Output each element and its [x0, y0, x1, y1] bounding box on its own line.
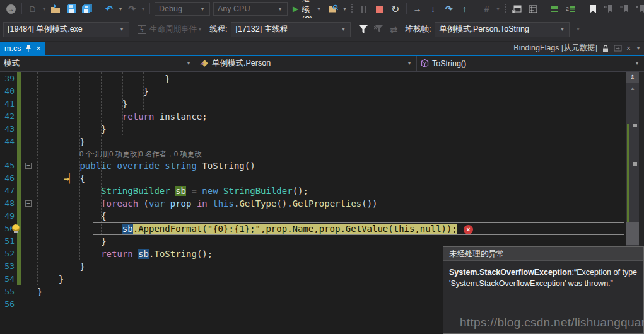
code-text[interactable]: } — [35, 85, 626, 98]
comment-button[interactable] — [547, 1, 563, 16]
member-combo[interactable]: ToString() ▾ — [417, 56, 644, 71]
line-number[interactable]: 53 — [0, 260, 16, 273]
reset-filter-button[interactable] — [371, 22, 386, 37]
output-window-icon — [529, 5, 537, 13]
code-text[interactable]: } — [35, 235, 626, 248]
line-number[interactable]: 47 — [0, 185, 16, 197]
active-files-dropdown-icon[interactable]: ▾ — [635, 45, 641, 51]
watermark-text: https://blog.csdn.net/lishuangquan1987 — [460, 316, 644, 330]
navigate-forward-button[interactable]: → — [3, 1, 18, 16]
codelens-text[interactable]: 0 个引用|0 项更改|0 名作者，0 项更改 — [35, 148, 626, 159]
show-next-statement-button[interactable]: → — [410, 1, 425, 16]
next-bookmark-button[interactable] — [617, 1, 632, 16]
line-number[interactable]: 45 — [0, 159, 16, 172]
toolbar-options-icon[interactable]: ▾ — [342, 6, 348, 12]
line-number[interactable] — [0, 148, 16, 159]
code-text[interactable]: public override string ToString() — [35, 159, 626, 172]
line-number[interactable]: 49 — [0, 210, 16, 222]
line-number[interactable]: 40 — [0, 85, 16, 98]
save-button[interactable] — [64, 1, 79, 16]
undo-dropdown-icon[interactable]: ▾ — [117, 6, 124, 12]
code-line-45: 45– public override string ToString() — [0, 159, 626, 172]
break-all-button[interactable] — [356, 1, 372, 16]
lifecycle-events-button[interactable]: ϟ — [134, 22, 149, 37]
redo-dropdown-icon[interactable]: ▾ — [140, 6, 146, 12]
filter-threads-button[interactable] — [356, 22, 371, 37]
line-number[interactable]: 42 — [0, 110, 16, 123]
breakpoints-window-button[interactable] — [510, 1, 525, 16]
process-combo[interactable]: [19484] 单例模式.exe ▾ — [3, 22, 129, 37]
exception-thrown-icon[interactable]: × — [464, 225, 473, 234]
debug-location-toolbar: [19484] 单例模式.exe ▾ ϟ 生命周期事件 ▾ 线程: [17132… — [0, 18, 644, 42]
collapse-region-icon[interactable]: – — [25, 200, 32, 207]
outlining-margin — [22, 148, 35, 159]
debug-toolbar-options-icon[interactable]: ▾ — [495, 6, 501, 12]
step-out-button[interactable]: ↑ — [457, 1, 472, 16]
line-number[interactable]: 41 — [0, 98, 16, 110]
uncomment-button[interactable]: 2 — [563, 1, 578, 16]
tab-active-document[interactable]: m.cs × — [0, 42, 45, 55]
code-text[interactable]: } — [35, 123, 626, 135]
new-file-dropdown-icon[interactable]: ▾ — [41, 6, 47, 12]
editor-splitter-handle[interactable]: ⇕ — [626, 72, 639, 83]
toolbar-grip[interactable] — [351, 3, 354, 14]
lifecycle-dropdown-icon[interactable]: ▾ — [197, 26, 203, 32]
new-file-button[interactable]: 🗋 — [25, 1, 40, 16]
redo-button[interactable]: ↷ — [124, 1, 139, 16]
line-number[interactable]: 51 — [0, 235, 16, 248]
previous-bookmark-button[interactable] — [601, 1, 616, 16]
lightbulb-icon[interactable] — [12, 224, 20, 232]
code-text[interactable]: foreach (var prop in this.GetType().GetP… — [35, 197, 626, 210]
code-text[interactable]: } — [35, 72, 626, 85]
type-combo[interactable]: 单例模式.Person ▾ — [196, 56, 417, 71]
line-number[interactable]: 52 — [0, 248, 16, 260]
location-toolbar-options-icon[interactable]: ▾ — [575, 26, 581, 32]
code-text[interactable]: →▏ { — [35, 172, 626, 185]
step-over-button[interactable]: ↷ — [442, 1, 457, 16]
solution-config-value: Debug — [159, 4, 182, 13]
find-in-files-button[interactable] — [326, 1, 341, 16]
code-text[interactable]: sb.AppendFormat("{0}:{1};",prop.Name,pro… — [35, 222, 626, 235]
toolbar-grip[interactable] — [504, 3, 507, 14]
codelens-line: 0 个引用|0 项更改|0 名作者，0 项更改 — [0, 148, 626, 159]
hex-display-button[interactable]: # — [479, 1, 495, 16]
project-combo[interactable]: 模式 ▾ — [0, 56, 196, 71]
stack-frame-combo[interactable]: 单例模式.Person.ToString ▾ — [435, 22, 570, 37]
promote-tab-icon[interactable] — [614, 45, 622, 52]
outlining-margin — [22, 298, 35, 311]
scrollbar-thumb[interactable] — [626, 222, 639, 245]
code-text[interactable]: { — [35, 210, 626, 222]
platform-combo[interactable]: Any CPU ▾ — [213, 2, 288, 16]
code-text[interactable]: return instance; — [35, 110, 626, 123]
line-number[interactable]: 48 — [0, 197, 16, 210]
line-number[interactable]: 46 — [0, 172, 16, 185]
close-icon[interactable]: × — [36, 44, 40, 53]
save-all-button[interactable] — [79, 1, 95, 16]
restart-button[interactable]: ↻ — [388, 1, 403, 16]
show-threads-in-source-button[interactable]: ⇄ — [386, 22, 401, 37]
thread-combo[interactable]: [17132] 主线程 ▾ — [231, 22, 351, 37]
solution-config-combo[interactable]: Debug ▾ — [155, 2, 210, 16]
close-preview-icon[interactable]: × — [626, 44, 631, 53]
step-into-button[interactable]: ↓ — [426, 1, 441, 16]
pin-icon[interactable] — [25, 45, 32, 52]
line-number[interactable]: 44 — [0, 135, 16, 148]
scroll-up-icon[interactable]: ▲ — [626, 86, 639, 91]
line-number[interactable]: 50 — [0, 222, 16, 235]
line-number[interactable]: 43 — [0, 123, 16, 135]
line-number[interactable]: 56 — [0, 298, 16, 311]
open-file-button[interactable] — [48, 1, 63, 16]
line-number[interactable]: 54 — [0, 273, 16, 285]
line-number[interactable]: 55 — [0, 285, 16, 298]
code-text[interactable]: } — [35, 98, 626, 110]
toggle-bookmark-button[interactable] — [585, 1, 600, 16]
stop-debugging-button[interactable] — [372, 1, 387, 16]
code-text[interactable]: } — [35, 135, 626, 148]
collapse-region-icon[interactable]: – — [25, 163, 32, 169]
tab-preview-document[interactable]: BindingFlags [从元数据] × ▾ — [513, 42, 641, 55]
code-text[interactable]: StringBuilder sb = new StringBuilder(); — [35, 185, 626, 197]
output-window-button[interactable] — [525, 1, 541, 16]
undo-button[interactable]: ↶ — [102, 1, 117, 16]
line-number[interactable]: 39 — [0, 72, 16, 85]
clear-bookmarks-button[interactable] — [633, 1, 644, 16]
